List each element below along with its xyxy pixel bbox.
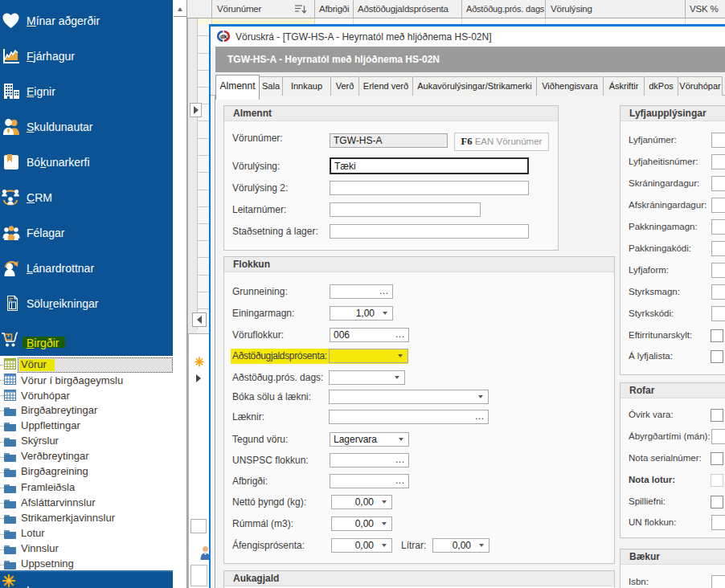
svg-text:dk: dk xyxy=(220,33,228,40)
